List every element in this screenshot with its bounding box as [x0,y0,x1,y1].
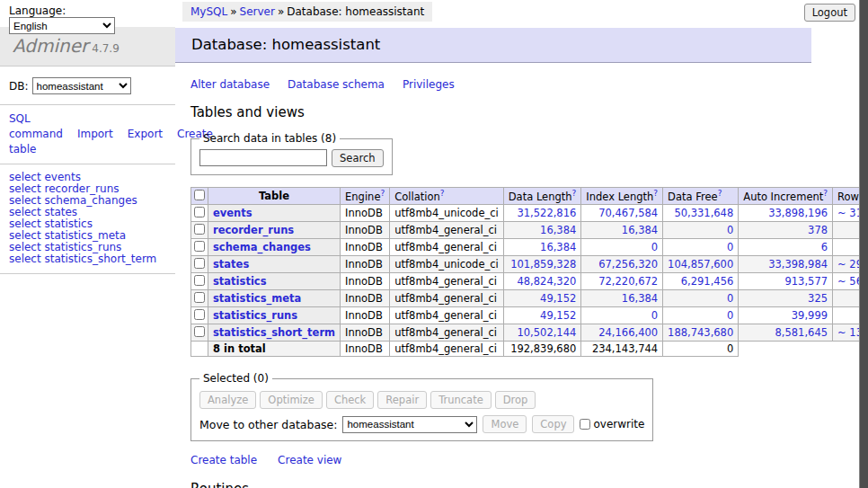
index-length-link[interactable]: 0 [651,241,658,253]
data-free-link[interactable]: 104,857,600 [668,258,733,271]
analyze-button[interactable]: Analyze [199,391,256,409]
help-link[interactable]: ? [718,189,722,198]
data-free-link[interactable]: 0 [727,241,733,253]
auto-increment-link[interactable]: 39,999 [792,309,828,322]
auto-increment-link[interactable]: 913,577 [784,275,828,288]
repair-button[interactable]: Repair [377,391,427,409]
index-length-link[interactable]: 24,166,400 [598,326,658,339]
help-link[interactable]: ? [440,189,445,198]
index-length-link[interactable]: 72,220,672 [598,275,658,288]
collation-cell: utf8mb4_general_ci [390,324,504,342]
index-length-link[interactable]: 16,384 [622,292,658,305]
data-length-link[interactable]: 10,502,144 [517,326,576,339]
table-link-states[interactable]: states [213,258,249,271]
sidebar-item-select-statistics-short-term[interactable]: select statistics_short_term [9,253,175,265]
table-row: statistics_runs InnoDB utf8mb4_general_c… [191,307,868,324]
optimize-button[interactable]: Optimize [260,391,323,409]
database-schema-link[interactable]: Database schema [288,78,385,91]
table-link-schema-changes[interactable]: schema_changes [213,241,311,253]
auto-increment-link[interactable]: 378 [808,224,828,236]
data-length-link[interactable]: 101,859,328 [510,258,576,271]
privileges-link[interactable]: Privileges [403,78,455,91]
select-all-checkbox[interactable] [194,190,205,200]
import-link[interactable]: Import [77,128,113,140]
row-checkbox[interactable] [194,258,205,269]
table-link-statistics-short-term[interactable]: statistics_short_term [213,326,335,339]
auto-increment-link[interactable]: 8,581,645 [775,326,828,339]
row-checkbox[interactable] [194,292,205,303]
data-length-link[interactable]: 16,384 [540,224,576,236]
total-index-length: 234,143,744 [581,342,663,357]
table-row: statistics_short_term InnoDB utf8mb4_gen… [191,324,868,342]
help-link[interactable]: ? [380,189,385,198]
data-free-link[interactable]: 0 [727,309,733,322]
breadcrumb-separator: » [278,5,284,18]
index-length-link[interactable]: 16,384 [622,224,658,236]
data-free-link[interactable]: 6,291,456 [681,275,734,288]
data-free-link[interactable]: 188,743,680 [668,326,733,339]
drop-button[interactable]: Drop [495,391,536,409]
row-checkbox[interactable] [194,207,205,217]
index-length-link[interactable]: 0 [651,309,658,322]
auto-increment-link[interactable]: 33,898,196 [768,207,828,219]
row-checkbox[interactable] [194,241,205,252]
row-checkbox[interactable] [194,224,205,235]
db-selector-row: DB:homeassistant [0,67,175,104]
truncate-button[interactable]: Truncate [430,391,492,409]
table-link-statistics[interactable]: statistics [213,275,267,288]
breadcrumb: MySQL»Server»Database: homeassistant [182,2,432,22]
db-select[interactable]: homeassistant [32,77,131,94]
data-length-link[interactable]: 49,152 [540,292,576,305]
create-view-link[interactable]: Create view [278,454,341,466]
search-input[interactable] [199,149,327,166]
export-link[interactable]: Export [128,128,163,140]
move-database-select[interactable]: homeassistant [342,416,477,433]
data-length-link[interactable]: 16,384 [540,241,576,253]
help-link[interactable]: ? [653,189,658,198]
selected-legend: Selected (0) [199,372,272,385]
auto-increment-link[interactable]: 6 [821,241,828,253]
row-checkbox[interactable] [194,326,205,337]
alter-database-link[interactable]: Alter database [190,78,270,91]
data-free-link[interactable]: 50,331,648 [674,207,733,219]
collation-cell: utf8mb4_unicode_ci [390,256,504,273]
table-link-statistics-meta[interactable]: statistics_meta [213,292,301,305]
data-length-link[interactable]: 31,522,816 [517,207,576,219]
move-button[interactable]: Move [483,415,527,433]
table-link-recorder-runs[interactable]: recorder_runs [213,224,294,236]
language-row: Language:English [9,4,175,34]
table-row: recorder_runs InnoDB utf8mb4_general_ci … [191,222,868,239]
auto-increment-link[interactable]: 325 [808,292,828,305]
sql-command-link[interactable]: SQL command [9,112,63,140]
copy-button[interactable]: Copy [532,415,574,433]
vertical-scrollbar[interactable] [859,0,868,488]
db-label: DB: [9,80,29,93]
index-length-link[interactable]: 70,467,584 [598,207,658,219]
help-link[interactable]: ? [572,189,577,198]
row-checkbox[interactable] [194,309,205,320]
language-select[interactable]: English [9,17,115,34]
logout-button[interactable]: Logout [804,4,855,22]
table-total-row: 8 in total InnoDB utf8mb4_general_ci 192… [191,342,868,357]
breadcrumb-server-link[interactable]: Server [240,5,275,18]
collation-cell: utf8mb4_general_ci [390,239,504,256]
create-links: Create tableCreate view [190,454,859,466]
search-button[interactable]: Search [332,149,384,167]
table-link-events[interactable]: events [213,207,252,219]
breadcrumb-mysql-link[interactable]: MySQL [190,5,227,18]
check-button[interactable]: Check [326,391,374,409]
engine-cell: InnoDB [341,239,390,256]
index-length-link[interactable]: 67,256,320 [598,258,658,271]
table-link-statistics-runs[interactable]: statistics_runs [213,309,297,322]
data-length-link[interactable]: 48,824,320 [517,275,576,288]
sidebar-table-list: select events select recorder_runs selec… [0,164,175,273]
row-checkbox[interactable] [194,275,205,286]
auto-increment-link[interactable]: 33,398,984 [768,258,828,271]
data-free-link[interactable]: 0 [727,292,733,305]
data-length-link[interactable]: 49,152 [540,309,576,322]
data-free-link[interactable]: 0 [727,224,733,236]
table-row: states InnoDB utf8mb4_unicode_ci 101,859… [191,256,868,273]
overwrite-checkbox[interactable] [580,419,590,430]
help-link[interactable]: ? [823,189,828,198]
create-table-link[interactable]: Create table [190,454,257,466]
